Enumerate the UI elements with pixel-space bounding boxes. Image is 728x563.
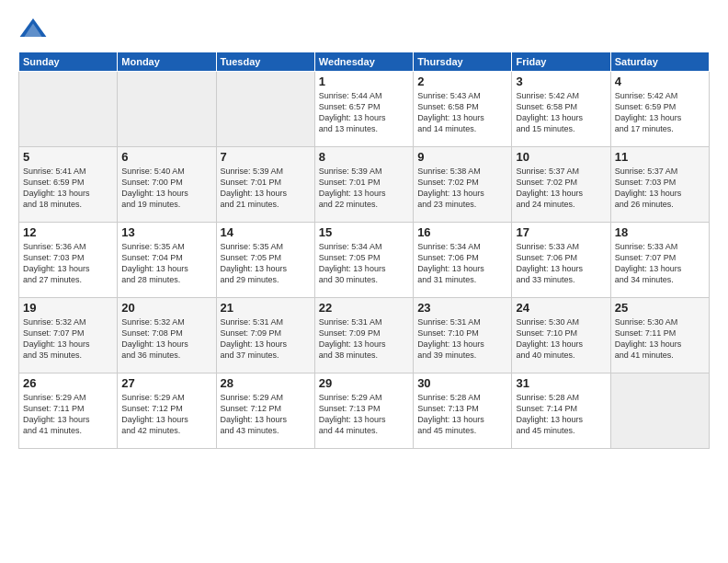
day-cell: 16Sunrise: 5:34 AM Sunset: 7:06 PM Dayli… — [414, 223, 512, 298]
day-number: 11 — [615, 150, 705, 164]
logo-icon — [18, 15, 48, 44]
day-info: Sunrise: 5:28 AM Sunset: 7:13 PM Dayligh… — [417, 392, 507, 437]
weekday-header-thursday: Thursday — [414, 52, 512, 72]
day-cell: 20Sunrise: 5:32 AM Sunset: 7:08 PM Dayli… — [118, 298, 216, 373]
week-row-4: 19Sunrise: 5:32 AM Sunset: 7:07 PM Dayli… — [19, 298, 710, 373]
day-number: 21 — [221, 301, 311, 315]
day-cell: 21Sunrise: 5:31 AM Sunset: 7:09 PM Dayli… — [216, 298, 314, 373]
day-info: Sunrise: 5:29 AM Sunset: 7:12 PM Dayligh… — [221, 392, 311, 437]
day-number: 27 — [121, 376, 211, 390]
day-info: Sunrise: 5:42 AM Sunset: 6:58 PM Dayligh… — [516, 90, 606, 135]
day-number: 24 — [516, 301, 606, 315]
day-cell: 8Sunrise: 5:39 AM Sunset: 7:01 PM Daylig… — [314, 147, 413, 223]
day-number: 6 — [121, 150, 211, 164]
day-number: 26 — [23, 376, 113, 390]
day-number: 30 — [417, 376, 507, 390]
day-info: Sunrise: 5:33 AM Sunset: 7:07 PM Dayligh… — [615, 241, 705, 286]
day-cell: 5Sunrise: 5:41 AM Sunset: 6:59 PM Daylig… — [19, 147, 118, 223]
day-number: 9 — [417, 150, 507, 164]
day-cell: 27Sunrise: 5:29 AM Sunset: 7:12 PM Dayli… — [118, 373, 216, 449]
day-number: 2 — [417, 75, 507, 88]
day-cell: 3Sunrise: 5:42 AM Sunset: 6:58 PM Daylig… — [512, 72, 610, 147]
week-row-5: 26Sunrise: 5:29 AM Sunset: 7:11 PM Dayli… — [19, 373, 710, 449]
day-number: 18 — [615, 225, 705, 239]
header — [18, 15, 710, 44]
day-cell: 26Sunrise: 5:29 AM Sunset: 7:11 PM Dayli… — [19, 373, 118, 449]
day-info: Sunrise: 5:43 AM Sunset: 6:58 PM Dayligh… — [417, 90, 507, 135]
day-number: 17 — [516, 225, 606, 239]
day-cell: 2Sunrise: 5:43 AM Sunset: 6:58 PM Daylig… — [414, 72, 512, 147]
day-info: Sunrise: 5:29 AM Sunset: 7:11 PM Dayligh… — [23, 392, 113, 437]
day-cell: 29Sunrise: 5:29 AM Sunset: 7:13 PM Dayli… — [314, 373, 413, 449]
day-number: 8 — [319, 150, 409, 164]
day-number: 3 — [516, 75, 606, 88]
day-info: Sunrise: 5:35 AM Sunset: 7:05 PM Dayligh… — [221, 241, 311, 286]
weekday-header-row: SundayMondayTuesdayWednesdayThursdayFrid… — [19, 52, 710, 72]
day-number: 16 — [417, 225, 507, 239]
day-number: 15 — [319, 225, 409, 239]
day-number: 4 — [615, 75, 705, 88]
day-cell: 23Sunrise: 5:31 AM Sunset: 7:10 PM Dayli… — [414, 298, 512, 373]
day-info: Sunrise: 5:34 AM Sunset: 7:06 PM Dayligh… — [417, 241, 507, 286]
logo — [18, 15, 51, 44]
weekday-header-wednesday: Wednesday — [314, 52, 413, 72]
day-info: Sunrise: 5:33 AM Sunset: 7:06 PM Dayligh… — [516, 241, 606, 286]
day-cell: 4Sunrise: 5:42 AM Sunset: 6:59 PM Daylig… — [610, 72, 709, 147]
day-cell: 6Sunrise: 5:40 AM Sunset: 7:00 PM Daylig… — [118, 147, 216, 223]
day-cell: 1Sunrise: 5:44 AM Sunset: 6:57 PM Daylig… — [314, 72, 413, 147]
weekday-header-saturday: Saturday — [610, 52, 709, 72]
day-cell — [118, 72, 216, 147]
day-cell: 13Sunrise: 5:35 AM Sunset: 7:04 PM Dayli… — [118, 223, 216, 298]
day-cell: 11Sunrise: 5:37 AM Sunset: 7:03 PM Dayli… — [610, 147, 709, 223]
day-cell: 24Sunrise: 5:30 AM Sunset: 7:10 PM Dayli… — [512, 298, 610, 373]
day-info: Sunrise: 5:31 AM Sunset: 7:10 PM Dayligh… — [417, 316, 507, 362]
day-cell: 19Sunrise: 5:32 AM Sunset: 7:07 PM Dayli… — [19, 298, 118, 373]
day-cell: 25Sunrise: 5:30 AM Sunset: 7:11 PM Dayli… — [610, 298, 709, 373]
day-info: Sunrise: 5:40 AM Sunset: 7:00 PM Dayligh… — [121, 166, 211, 211]
day-info: Sunrise: 5:28 AM Sunset: 7:14 PM Dayligh… — [516, 392, 606, 437]
day-info: Sunrise: 5:39 AM Sunset: 7:01 PM Dayligh… — [319, 166, 409, 211]
week-row-1: 1Sunrise: 5:44 AM Sunset: 6:57 PM Daylig… — [19, 72, 710, 147]
day-info: Sunrise: 5:34 AM Sunset: 7:05 PM Dayligh… — [319, 241, 409, 286]
day-info: Sunrise: 5:32 AM Sunset: 7:08 PM Dayligh… — [121, 316, 211, 362]
day-cell: 18Sunrise: 5:33 AM Sunset: 7:07 PM Dayli… — [610, 223, 709, 298]
day-info: Sunrise: 5:32 AM Sunset: 7:07 PM Dayligh… — [23, 316, 113, 362]
day-number: 1 — [319, 75, 409, 88]
day-number: 20 — [121, 301, 211, 315]
day-cell: 17Sunrise: 5:33 AM Sunset: 7:06 PM Dayli… — [512, 223, 610, 298]
week-row-3: 12Sunrise: 5:36 AM Sunset: 7:03 PM Dayli… — [19, 223, 710, 298]
day-info: Sunrise: 5:30 AM Sunset: 7:11 PM Dayligh… — [615, 316, 705, 362]
day-number: 22 — [319, 301, 409, 315]
day-info: Sunrise: 5:31 AM Sunset: 7:09 PM Dayligh… — [221, 316, 311, 362]
day-info: Sunrise: 5:29 AM Sunset: 7:12 PM Dayligh… — [121, 392, 211, 437]
day-info: Sunrise: 5:42 AM Sunset: 6:59 PM Dayligh… — [615, 90, 705, 135]
day-cell — [610, 373, 709, 449]
day-info: Sunrise: 5:30 AM Sunset: 7:10 PM Dayligh… — [516, 316, 606, 362]
day-info: Sunrise: 5:38 AM Sunset: 7:02 PM Dayligh… — [417, 166, 507, 211]
day-cell: 12Sunrise: 5:36 AM Sunset: 7:03 PM Dayli… — [19, 223, 118, 298]
day-cell: 14Sunrise: 5:35 AM Sunset: 7:05 PM Dayli… — [216, 223, 314, 298]
day-number: 28 — [221, 376, 311, 390]
day-info: Sunrise: 5:29 AM Sunset: 7:13 PM Dayligh… — [319, 392, 409, 437]
day-info: Sunrise: 5:36 AM Sunset: 7:03 PM Dayligh… — [23, 241, 113, 286]
day-cell — [19, 72, 118, 147]
weekday-header-tuesday: Tuesday — [216, 52, 314, 72]
day-info: Sunrise: 5:35 AM Sunset: 7:04 PM Dayligh… — [121, 241, 211, 286]
day-cell: 15Sunrise: 5:34 AM Sunset: 7:05 PM Dayli… — [314, 223, 413, 298]
weekday-header-friday: Friday — [512, 52, 610, 72]
day-info: Sunrise: 5:41 AM Sunset: 6:59 PM Dayligh… — [23, 166, 113, 211]
day-number: 13 — [121, 225, 211, 239]
day-number: 23 — [417, 301, 507, 315]
day-cell: 28Sunrise: 5:29 AM Sunset: 7:12 PM Dayli… — [216, 373, 314, 449]
day-info: Sunrise: 5:31 AM Sunset: 7:09 PM Dayligh… — [319, 316, 409, 362]
day-info: Sunrise: 5:37 AM Sunset: 7:03 PM Dayligh… — [615, 166, 705, 211]
day-info: Sunrise: 5:39 AM Sunset: 7:01 PM Dayligh… — [221, 166, 311, 211]
day-number: 10 — [516, 150, 606, 164]
day-number: 19 — [23, 301, 113, 315]
day-info: Sunrise: 5:44 AM Sunset: 6:57 PM Dayligh… — [319, 90, 409, 135]
page: SundayMondayTuesdayWednesdayThursdayFrid… — [0, 0, 728, 563]
day-cell — [216, 72, 314, 147]
calendar-table: SundayMondayTuesdayWednesdayThursdayFrid… — [18, 52, 710, 449]
weekday-header-sunday: Sunday — [19, 52, 118, 72]
day-number: 25 — [615, 301, 705, 315]
